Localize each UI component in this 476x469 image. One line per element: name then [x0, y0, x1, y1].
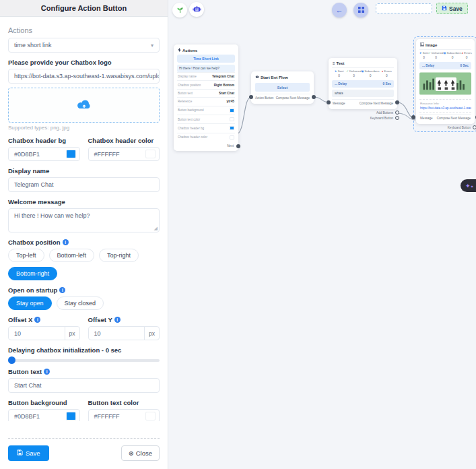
- message-port-label: Message: [333, 102, 345, 105]
- panel-footer: Save ⊗ Close: [0, 431, 168, 469]
- bot-button[interactable]: [189, 2, 204, 17]
- action-button-port-label: Action Button: [255, 96, 273, 100]
- stats-row: ➤ Sent0 ✓ Delivered0 ◉ Subscribers0 ● Er…: [332, 67, 394, 80]
- input-port[interactable]: [327, 100, 331, 104]
- output-port[interactable]: [312, 95, 316, 99]
- chatbox-header-bg-label: Chatbox header bg: [8, 137, 80, 144]
- keyboard-button-port[interactable]: Keyboard Button: [329, 115, 397, 120]
- back-button[interactable]: ←: [332, 3, 347, 18]
- button-background-label: Button background: [8, 399, 80, 406]
- node-row: Chatbox header bg: [177, 123, 235, 132]
- flow-canvas[interactable]: ← Save Actions Time Short Link Hi there …: [168, 0, 476, 469]
- canvas-save-button[interactable]: Save: [436, 3, 468, 14]
- color-swatch[interactable]: [66, 150, 76, 158]
- slider-thumb[interactable]: [8, 356, 15, 364]
- color-swatch[interactable]: [145, 150, 156, 158]
- text-node[interactable]: ≡ Text ➤ Sent0 ✓ Delivered0 ◉ Subscriber…: [329, 58, 397, 120]
- config-panel: Configure Action Button Actions time sho…: [0, 0, 168, 469]
- position-bottom-left[interactable]: Bottom-left: [49, 249, 95, 262]
- keyboard-button-port-dot[interactable]: [473, 125, 476, 129]
- floppy-icon: [442, 5, 447, 12]
- compose-port-label: Compose Next Message: [360, 102, 393, 105]
- logo-url-input[interactable]: https://bot-data.s3.ap-southeast-1.wasab…: [8, 69, 160, 84]
- grid-icon: [358, 7, 364, 14]
- start-bot-flow-node[interactable]: Start Bot Flow Select Action Button Comp…: [251, 71, 314, 104]
- node-row: Button textStart Chat: [177, 89, 235, 97]
- close-button[interactable]: ⊗ Close: [121, 445, 160, 461]
- offset-y-input[interactable]: 10 px: [88, 326, 160, 340]
- node-ports-row: Message Compose Next Message: [332, 99, 394, 106]
- color-swatch[interactable]: [145, 412, 156, 420]
- supported-types-text: Supported types: png, jpg: [8, 125, 160, 131]
- button-text-input[interactable]: Start Chat: [8, 378, 160, 393]
- subscribers-icon: ◉: [444, 51, 446, 55]
- subscribers-icon: ◉: [362, 69, 364, 73]
- position-top-right[interactable]: Top-right: [99, 249, 139, 262]
- divider: [8, 438, 160, 439]
- display-name-label: Display name: [8, 167, 160, 175]
- resource-url-link[interactable]: https://bot-data.s3.ap-southeast-1.wasab…: [419, 106, 471, 113]
- color-swatch: [230, 126, 234, 130]
- next-port[interactable]: [236, 144, 240, 148]
- image-node[interactable]: Image ➤ Sent0 ✓ Delivered0 ◉ Subscribers…: [413, 36, 476, 132]
- startup-stay-open[interactable]: Stay open: [8, 296, 52, 310]
- image-icon: [420, 42, 424, 47]
- add-buttons-port[interactable]: Add Buttons: [329, 109, 397, 115]
- output-port[interactable]: [395, 100, 399, 104]
- input-port[interactable]: [411, 115, 415, 119]
- delay-row[interactable]: ... Delay0 Sec: [332, 80, 394, 88]
- action-select[interactable]: time short link ▾: [8, 38, 160, 53]
- grid-button[interactable]: [353, 3, 368, 18]
- page-title: Configure Action Button: [0, 0, 168, 17]
- errors-icon: ●: [382, 69, 384, 73]
- arrow-left-icon: ←: [336, 6, 343, 14]
- message-port-label: Message: [420, 117, 433, 120]
- offset-x-label: Offset Xi: [8, 316, 80, 323]
- next-port-label: Next: [177, 142, 235, 148]
- resize-grip-icon[interactable]: ◢: [154, 226, 158, 231]
- color-swatch[interactable]: [66, 412, 76, 420]
- startup-stay-closed[interactable]: Stay closed: [57, 296, 104, 310]
- chatbox-header-color-field[interactable]: #FFFFFF: [88, 147, 160, 161]
- open-on-startup-options: Stay open Stay closed: [8, 296, 160, 310]
- welcome-message-textarea[interactable]: Hi there ! How can we help? ◢: [8, 208, 160, 232]
- chatbox-header-bg-field[interactable]: #0D8BF1: [8, 147, 80, 161]
- floppy-icon: [17, 449, 23, 457]
- image-preview: [419, 71, 471, 97]
- action-type-pill[interactable]: Time Short Link: [177, 55, 235, 63]
- cloud-upload-icon: [76, 98, 92, 112]
- bolt-icon: [178, 48, 181, 53]
- position-bottom-right[interactable]: Bottom-right: [8, 267, 57, 280]
- button-text-color-field[interactable]: #FFFFFF: [88, 409, 160, 421]
- input-port[interactable]: [249, 95, 253, 99]
- delay-init-label: Delaying chatbox initialization - 0 sec: [8, 346, 160, 354]
- welcome-message-preview: Hi there ! How can we help?: [177, 65, 235, 72]
- button-text-label: Button texti: [8, 368, 160, 375]
- chatbox-position-label: Chatbox positioni: [8, 239, 160, 246]
- info-icon: i: [114, 317, 121, 323]
- chevron-down-icon: ▾: [151, 42, 154, 49]
- save-button[interactable]: Save: [8, 445, 49, 461]
- seedling-button[interactable]: [172, 3, 187, 18]
- keyboard-button-port-dot[interactable]: [395, 116, 399, 120]
- sparkles-icon: ✦✦: [465, 183, 474, 189]
- actions-node[interactable]: Actions Time Short Link Hi there ! How c…: [174, 44, 238, 151]
- select-button[interactable]: Select: [255, 83, 310, 92]
- offset-x-input[interactable]: 10 px: [8, 326, 80, 340]
- text-lines-icon: ≡: [333, 61, 335, 65]
- position-top-left[interactable]: Top-left: [8, 249, 44, 262]
- button-background-field[interactable]: #0D8BF1: [8, 409, 80, 421]
- delivered-icon: ✓: [428, 51, 431, 55]
- button-text-color-label: Button text color: [88, 399, 160, 406]
- delay-row[interactable]: ... Delay0 Sec: [419, 62, 471, 69]
- display-name-input[interactable]: Telegram Chat: [8, 177, 160, 192]
- errors-icon: ●: [462, 51, 464, 55]
- keyboard-button-port[interactable]: Keyboard Button: [416, 124, 475, 129]
- delay-slider[interactable]: [8, 359, 160, 362]
- flow-name-input[interactable]: [376, 3, 432, 13]
- ai-assistant-button[interactable]: ✦✦: [461, 179, 476, 192]
- info-icon: i: [63, 239, 69, 245]
- delivered-icon: ✓: [346, 69, 349, 73]
- open-on-startup-label: Open on startupi: [8, 286, 160, 294]
- logo-dropzone[interactable]: [8, 88, 160, 123]
